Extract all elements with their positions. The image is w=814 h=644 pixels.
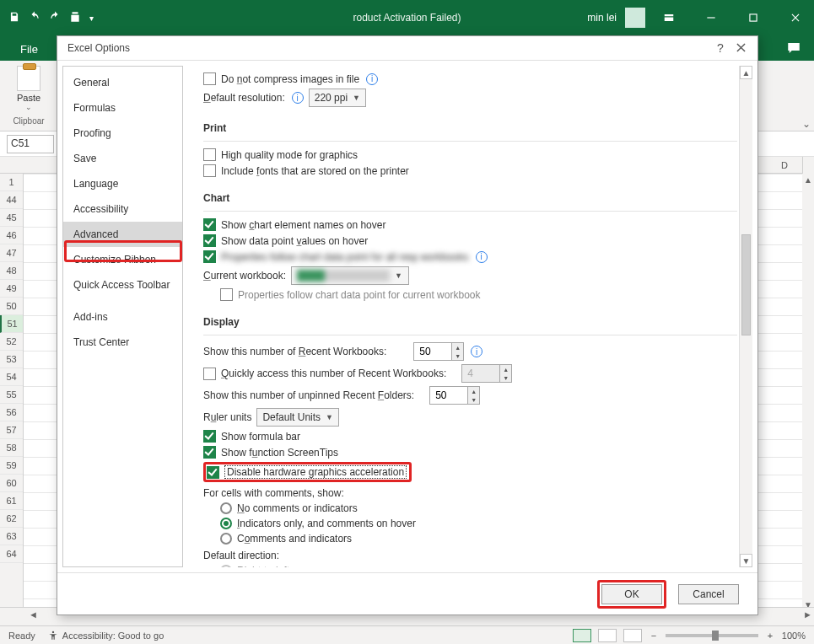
row-header[interactable]: 46 [0, 227, 23, 244]
category-trust-center[interactable]: Trust Center [63, 330, 182, 355]
row-header[interactable]: 61 [0, 492, 23, 510]
zoom-thumb[interactable] [712, 631, 719, 641]
options-scroll-up-icon[interactable]: ▲ [740, 66, 752, 79]
category-quick-access-toolbar[interactable]: Quick Access Toolbar [63, 272, 182, 298]
show-function-screentips-checkbox[interactable] [203, 446, 216, 459]
file-tab[interactable]: File [8, 38, 50, 61]
row-headers[interactable]: 1 44 45 46 47 48 49 50 51 52 53 54 55 56… [0, 174, 24, 610]
row-header[interactable]: 48 [0, 262, 23, 280]
category-accessibility[interactable]: Accessibility [63, 196, 182, 222]
info-icon[interactable]: i [292, 92, 304, 104]
spinner-up-icon[interactable]: ▲ [467, 387, 479, 395]
spinner-down-icon[interactable]: ▼ [451, 352, 463, 360]
zoom-slider[interactable] [666, 634, 758, 637]
category-save[interactable]: Save [63, 146, 182, 171]
row-header[interactable]: 57 [0, 421, 23, 439]
cancel-button[interactable]: Cancel [678, 584, 739, 604]
category-proofing[interactable]: Proofing [63, 121, 182, 146]
hscroll-left-icon[interactable]: ◄ [29, 609, 38, 620]
row-header[interactable]: 51 [0, 315, 23, 333]
ribbon-display-options-icon[interactable] [650, 0, 687, 35]
dialog-close-button[interactable] [730, 41, 751, 55]
direction-rtl-radio[interactable] [220, 565, 232, 567]
qat-customize-icon[interactable]: ▾ [89, 13, 94, 23]
row-header[interactable]: 1 [0, 174, 23, 191]
paste-button[interactable]: Paste [17, 93, 40, 103]
row-header[interactable]: 50 [0, 298, 23, 315]
recent-folders-input[interactable] [430, 387, 467, 404]
category-general[interactable]: General [63, 70, 182, 95]
include-printer-fonts-checkbox[interactable] [203, 164, 216, 177]
row-header[interactable]: 60 [0, 475, 23, 492]
redo-icon[interactable] [49, 11, 61, 25]
comments-both-radio[interactable] [220, 533, 232, 545]
row-header[interactable]: 45 [0, 209, 23, 227]
normal-view-button[interactable] [573, 629, 591, 642]
row-header[interactable]: 53 [0, 351, 23, 368]
recent-workbooks-spinner[interactable]: ▲▼ [413, 342, 464, 361]
column-header-d[interactable]: D [772, 157, 797, 174]
zoom-level[interactable]: 100% [782, 631, 806, 641]
recent-folders-spinner[interactable]: ▲▼ [429, 386, 480, 405]
category-advanced[interactable]: Advanced [63, 222, 182, 247]
info-icon[interactable]: i [366, 73, 378, 85]
row-header[interactable]: 59 [0, 457, 23, 475]
quick-access-recent-checkbox[interactable] [203, 368, 216, 380]
zoom-out-button[interactable]: − [649, 631, 659, 641]
properties-new-workbooks-checkbox[interactable] [203, 250, 216, 263]
row-header[interactable]: 62 [0, 510, 23, 528]
maximize-button[interactable] [735, 0, 772, 35]
ruler-units-dropdown[interactable]: Default Units▼ [256, 408, 339, 427]
category-formulas[interactable]: Formulas [63, 95, 182, 121]
touch-mode-icon[interactable] [69, 11, 81, 25]
comments-none-radio[interactable] [220, 502, 232, 514]
row-header[interactable]: 44 [0, 191, 23, 209]
disable-hardware-acceleration-checkbox[interactable] [207, 466, 219, 479]
row-header[interactable]: 58 [0, 439, 23, 457]
zoom-in-button[interactable]: + [765, 631, 775, 641]
properties-current-workbook-checkbox[interactable] [220, 288, 233, 301]
chart-element-names-checkbox[interactable] [203, 218, 216, 231]
row-header[interactable]: 52 [0, 333, 23, 351]
comments-indicators-radio[interactable] [220, 518, 232, 529]
data-point-values-checkbox[interactable] [203, 234, 216, 247]
minimize-button[interactable] [693, 0, 730, 35]
spinner-down-icon[interactable]: ▼ [467, 395, 479, 404]
options-vertical-scrollbar[interactable]: ▲ ▼ [739, 66, 752, 567]
page-layout-view-button[interactable] [598, 629, 617, 642]
show-formula-bar-checkbox[interactable] [203, 430, 216, 443]
recent-workbooks-input[interactable] [414, 343, 451, 360]
avatar[interactable] [625, 8, 645, 28]
name-box[interactable]: C51 [7, 135, 54, 153]
info-icon[interactable]: i [476, 251, 488, 263]
accessibility-status[interactable]: Accessibility: Good to go [47, 630, 164, 641]
row-header[interactable]: 64 [0, 545, 23, 563]
paste-icon[interactable] [17, 66, 40, 91]
save-icon[interactable] [8, 11, 20, 25]
page-break-view-button[interactable] [623, 629, 642, 642]
row-header[interactable]: 56 [0, 404, 23, 421]
row-header[interactable]: 54 [0, 368, 23, 386]
row-header[interactable]: 63 [0, 528, 23, 545]
info-icon[interactable]: i [471, 346, 482, 357]
scroll-up-icon[interactable]: ▲ [802, 174, 814, 185]
row-header[interactable]: 55 [0, 386, 23, 404]
category-language[interactable]: Language [63, 171, 182, 196]
options-scroll-thumb[interactable] [741, 234, 751, 335]
compress-images-checkbox[interactable] [203, 72, 216, 85]
paste-dropdown-icon[interactable]: ⌄ [25, 103, 32, 111]
collapse-ribbon-icon[interactable]: ⌄ [802, 118, 811, 130]
default-resolution-dropdown[interactable]: 220 ppi▼ [309, 89, 366, 107]
options-scroll-down-icon[interactable]: ▼ [740, 554, 752, 567]
category-customize-ribbon[interactable]: Customize Ribbon [63, 247, 182, 272]
current-workbook-dropdown[interactable]: ▼ [291, 266, 409, 285]
row-header[interactable]: 47 [0, 244, 23, 262]
spinner-up-icon[interactable]: ▲ [451, 343, 463, 352]
comments-icon[interactable] [785, 40, 809, 61]
dialog-help-button[interactable]: ? [710, 41, 730, 55]
high-quality-graphics-checkbox[interactable] [203, 148, 216, 161]
close-window-button[interactable] [777, 0, 814, 35]
hscroll-right-icon[interactable]: ► [803, 609, 812, 620]
row-header[interactable]: 49 [0, 280, 23, 298]
undo-icon[interactable] [29, 11, 40, 25]
